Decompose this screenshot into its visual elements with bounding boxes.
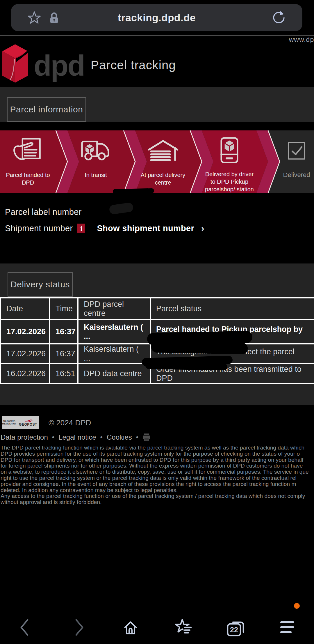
- pickup-locker-icon: [215, 136, 243, 165]
- step-label: Delivered: [281, 171, 313, 179]
- redaction-mark: [151, 341, 248, 355]
- shipment-number-row: Shipment number i Show shipment number ›: [5, 223, 204, 234]
- back-button[interactable]: [15, 618, 34, 637]
- tab-delivery-status-label: Delivery status: [10, 279, 70, 289]
- home-icon: [122, 618, 140, 636]
- cell-time: 16:37: [49, 344, 77, 363]
- step-parcel-handed: Parcel handed to DPD: [0, 130, 56, 193]
- legal-line: right to use the parcel tracking system …: [1, 475, 314, 481]
- tab-parcel-information[interactable]: Parcel information: [7, 97, 86, 122]
- link-data-protection[interactable]: Data protection: [1, 433, 48, 441]
- step-label: At parcel delivery centre: [136, 171, 190, 186]
- url-text[interactable]: tracking.dpd.de: [11, 4, 302, 31]
- legal-line: DPD provides permission for the use of i…: [1, 451, 314, 457]
- step-delivered: Delivered: [276, 130, 314, 193]
- tab-delivery-status[interactable]: Delivery status: [8, 272, 73, 297]
- screen: tracking.dpd.de www.dpd dpd Parcel track…: [0, 0, 314, 644]
- step-label: Parcel handed to DPD: [0, 171, 56, 186]
- footer-links: Data protection • Legal notice • Cookies…: [1, 433, 151, 441]
- legal-line: Any access to the parcel tracking functi…: [1, 493, 314, 499]
- tab-parcel-information-label: Parcel information: [10, 105, 83, 114]
- tab-count: 22: [230, 626, 238, 634]
- refresh-icon[interactable]: [271, 10, 287, 26]
- show-shipment-number-link[interactable]: Show shipment number: [97, 224, 194, 233]
- info-badge-icon[interactable]: i: [77, 224, 85, 233]
- cell-time: 16:51: [49, 364, 77, 383]
- step-label: In transit: [82, 171, 109, 179]
- dot-separator: •: [136, 433, 138, 441]
- hand-parcel-icon: [11, 138, 45, 164]
- cell-date: 16.02.2026: [0, 364, 49, 383]
- bookmarks-button[interactable]: [174, 618, 193, 637]
- col-header-centre: DPD parcel centre: [77, 298, 150, 319]
- step-label: Delivered by driver to DPD Pickup parcel…: [202, 170, 256, 193]
- table-header-row: Date Time DPD parcel centre Parcel statu…: [0, 297, 314, 320]
- dot-separator: •: [100, 433, 103, 441]
- legal-line: The DPD parcel tracking function which i…: [1, 445, 314, 451]
- menu-button[interactable]: [278, 618, 297, 637]
- dot-separator: •: [52, 433, 54, 441]
- parcel-progress-banner: Parcel handed to DPD In transit: [0, 130, 314, 193]
- geopost-network-text: NETWORK: [3, 420, 15, 422]
- link-legal-notice[interactable]: Legal notice: [58, 433, 96, 441]
- legal-text: The DPD parcel tracking function which i…: [1, 445, 314, 505]
- legal-line: for foreign parcel shipments nor for oth…: [1, 463, 314, 469]
- col-header-date: Date: [0, 298, 49, 319]
- dpd-logo-icon: [1, 43, 29, 84]
- cell-date: 17.02.2026: [0, 344, 49, 363]
- forward-chevron-icon: [73, 618, 85, 637]
- forward-button[interactable]: [69, 618, 89, 637]
- geopost-bird-icon: [23, 419, 33, 422]
- geopost-wordmark: GEOPOST: [19, 422, 37, 427]
- shipment-number-label: Shipment number: [5, 224, 73, 233]
- check-icon: [285, 139, 308, 162]
- step-delivered-to-pickup: Delivered by driver to DPD Pickup parcel…: [202, 130, 256, 193]
- legal-line: on a website, to reproduce it elsewhere …: [1, 469, 314, 475]
- copyright-text: © 2024 DPD: [49, 418, 91, 427]
- back-chevron-icon: [19, 618, 31, 637]
- depot-icon: [147, 138, 179, 164]
- cell-centre: Kaiserslautern ( ...: [77, 320, 150, 343]
- step-at-delivery-centre: At parcel delivery centre: [136, 130, 190, 193]
- page-title: Parcel tracking: [91, 58, 176, 72]
- home-button[interactable]: [121, 618, 140, 637]
- link-cookies[interactable]: Cookies: [107, 433, 132, 441]
- parcel-information-section: Parcel information: [0, 87, 314, 122]
- cell-date: 17.02.2026: [0, 320, 49, 343]
- tabs-icon: 22: [226, 618, 245, 637]
- status-url-peek: www.dpd: [289, 36, 314, 44]
- legal-line: DPD for transport and delivery, or which…: [1, 457, 314, 463]
- legal-line: without approval and is strictly forbidd…: [1, 499, 314, 505]
- tabs-button[interactable]: 22: [226, 618, 245, 637]
- legal-line: provider and consignee. In the event of …: [1, 481, 314, 487]
- legal-line: deleted. In addition any contravention m…: [1, 487, 314, 493]
- redaction-mark: [109, 202, 134, 215]
- redaction-mark: [113, 188, 154, 194]
- cell-centre: Kaiserslautern ( ...: [77, 344, 150, 363]
- parcel-label-number-label: Parcel label number: [5, 207, 82, 217]
- geopost-logo: NETWORK MEMBER OF GEOPOST: [2, 416, 39, 429]
- col-header-time: Time: [49, 298, 77, 319]
- dpd-logo-text: dpd: [34, 49, 84, 82]
- step-in-transit: In transit: [68, 130, 124, 193]
- bookmarks-star-icon: [174, 618, 192, 636]
- menu-icon: [280, 620, 295, 635]
- chrome-divider: [0, 35, 314, 36]
- geopost-member-text: MEMBER OF: [2, 422, 17, 425]
- printer-icon[interactable]: [142, 434, 151, 441]
- redaction-mark: [145, 362, 227, 371]
- col-header-status: Parcel status: [150, 298, 314, 319]
- browser-url-bar[interactable]: tracking.dpd.de: [11, 4, 302, 31]
- browser-bottom-nav: 22: [0, 610, 314, 644]
- van-icon: [80, 138, 112, 164]
- chevron-right-icon[interactable]: ›: [201, 223, 204, 234]
- notification-dot: [294, 603, 300, 609]
- cell-centre: DPD data centre: [77, 364, 150, 383]
- cell-time: 16:37: [49, 320, 77, 343]
